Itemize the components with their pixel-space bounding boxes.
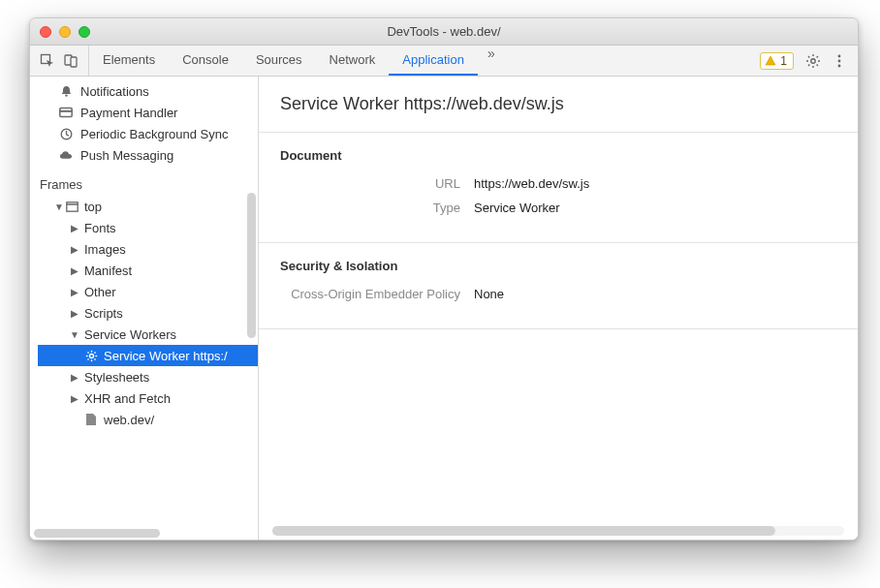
chevron-right-icon: ▶ <box>69 393 80 404</box>
tree-node-images[interactable]: ▶ Images <box>38 238 258 260</box>
kv-url: URL https://web.dev/sw.js <box>280 176 836 191</box>
kebab-menu-icon[interactable] <box>833 53 846 69</box>
tree-node-label: top <box>79 200 102 214</box>
device-toggle-icon[interactable] <box>63 53 79 69</box>
svg-point-14 <box>838 64 841 67</box>
chevron-right-icon: ▶ <box>69 372 80 383</box>
tree-node-label: Manifest <box>80 263 132 278</box>
main-horizontal-scrollbar[interactable] <box>272 526 844 536</box>
svg-line-26 <box>87 352 88 353</box>
window-title: DevTools - web.dev/ <box>30 24 858 39</box>
tree-node-scripts[interactable]: ▶ Scripts <box>38 302 258 324</box>
sidebar-item-notifications[interactable]: Notifications <box>30 80 258 102</box>
bell-icon <box>59 85 73 98</box>
svg-point-12 <box>838 54 841 57</box>
tree-node-label: XHR and Fetch <box>80 391 171 406</box>
main-body: Notifications Payment Handler Periodic B… <box>30 77 858 540</box>
devtools-window: DevTools - web.dev/ Elements Console Sou… <box>29 17 859 541</box>
security-section: Security & Isolation Cross-Origin Embedd… <box>259 243 858 329</box>
sidebar-item-label: Periodic Background Sync <box>80 127 228 141</box>
kv-type: Type Service Worker <box>280 201 836 215</box>
panel-tabs: Elements Console Sources Network Applica… <box>89 46 505 76</box>
warnings-count: 1 <box>780 54 787 68</box>
tree-node-webdev-leaf[interactable]: web.dev/ <box>38 409 258 430</box>
svg-point-15 <box>65 94 67 96</box>
tab-network[interactable]: Network <box>316 46 390 76</box>
tree-node-xhr-fetch[interactable]: ▶ XHR and Fetch <box>38 387 258 409</box>
svg-point-13 <box>838 59 841 62</box>
tree-node-label: Other <box>80 285 116 299</box>
tree-node-label: Fonts <box>80 221 116 235</box>
sidebar-vertical-scrollbar[interactable] <box>247 193 256 338</box>
application-sidebar: Notifications Payment Handler Periodic B… <box>30 77 259 540</box>
inspect-icon[interactable] <box>40 53 55 69</box>
svg-point-3 <box>811 58 815 62</box>
file-icon <box>84 414 98 425</box>
settings-icon[interactable] <box>805 53 821 69</box>
chevron-down-icon: ▼ <box>69 329 80 340</box>
scrollbar-thumb[interactable] <box>272 526 775 536</box>
kv-coep: Cross-Origin Embedder Policy None <box>280 287 836 301</box>
tab-application[interactable]: Application <box>389 46 478 76</box>
sidebar-item-label: Push Messaging <box>80 148 173 163</box>
tree-node-label: Service Workers <box>80 327 176 342</box>
sidebar-item-label: Payment Handler <box>80 106 177 120</box>
type-value: Service Worker <box>474 201 560 215</box>
window-frame-icon <box>65 201 79 212</box>
coep-value: None <box>474 287 504 301</box>
sidebar-item-payment-handler[interactable]: Payment Handler <box>30 102 258 123</box>
toolbar-right: 1 <box>760 52 852 70</box>
more-tabs-icon[interactable]: » <box>478 46 505 76</box>
warnings-badge[interactable]: 1 <box>760 52 794 70</box>
svg-line-28 <box>87 358 88 359</box>
tree-node-label: Scripts <box>80 306 123 321</box>
sidebar-item-label: Notifications <box>80 84 149 99</box>
chevron-down-icon: ▼ <box>53 201 65 212</box>
tree-node-top[interactable]: ▼ top <box>38 196 258 217</box>
url-label: URL <box>280 176 474 191</box>
svg-line-27 <box>94 358 95 359</box>
tree-node-manifest[interactable]: ▶ Manifest <box>38 260 258 281</box>
frames-tree: ▼ top ▶ Fonts ▶ Images ▶ Manifest <box>30 196 258 430</box>
chevron-right-icon: ▶ <box>69 265 80 276</box>
tree-node-label: web.dev/ <box>98 413 154 427</box>
svg-rect-16 <box>60 108 72 117</box>
sidebar-horizontal-scrollbar[interactable] <box>34 529 160 538</box>
tree-node-service-workers[interactable]: ▼ Service Workers <box>38 324 258 345</box>
chevron-right-icon: ▶ <box>69 287 80 297</box>
titlebar: DevTools - web.dev/ <box>30 18 858 46</box>
document-section: Document URL https://web.dev/sw.js Type … <box>259 133 858 243</box>
svg-line-11 <box>817 56 818 57</box>
sidebar-item-push-messaging[interactable]: Push Messaging <box>30 144 258 166</box>
tree-node-service-worker-item[interactable]: Service Worker https:/ <box>38 345 258 366</box>
frames-section-label: Frames <box>30 166 258 196</box>
svg-line-9 <box>817 64 818 65</box>
tree-node-fonts[interactable]: ▶ Fonts <box>38 217 258 238</box>
chevron-right-icon: ▶ <box>69 308 80 319</box>
tabstrip: Elements Console Sources Network Applica… <box>30 46 858 77</box>
clock-icon <box>59 128 73 140</box>
tree-node-label: Images <box>80 242 126 257</box>
svg-point-21 <box>89 354 93 357</box>
type-label: Type <box>280 201 474 215</box>
security-heading: Security & Isolation <box>280 259 836 273</box>
page-title: Service Worker https://web.dev/sw.js <box>259 77 858 133</box>
svg-rect-19 <box>66 201 77 210</box>
application-main-panel: Service Worker https://web.dev/sw.js Doc… <box>259 77 858 540</box>
tab-console[interactable]: Console <box>169 46 242 76</box>
tab-elements[interactable]: Elements <box>89 46 169 76</box>
tab-sources[interactable]: Sources <box>242 46 316 76</box>
chevron-right-icon: ▶ <box>69 223 80 233</box>
tree-node-stylesheets[interactable]: ▶ Stylesheets <box>38 366 258 387</box>
coep-label: Cross-Origin Embedder Policy <box>280 287 474 301</box>
document-heading: Document <box>280 148 836 163</box>
svg-rect-2 <box>71 57 77 67</box>
sidebar-item-periodic-sync[interactable]: Periodic Background Sync <box>30 123 258 144</box>
inspect-tools <box>36 46 89 76</box>
tree-node-other[interactable]: ▶ Other <box>38 281 258 302</box>
chevron-right-icon: ▶ <box>69 244 80 255</box>
gear-icon <box>84 350 98 362</box>
card-icon <box>59 107 73 118</box>
svg-line-29 <box>94 352 95 353</box>
svg-line-8 <box>808 56 809 57</box>
